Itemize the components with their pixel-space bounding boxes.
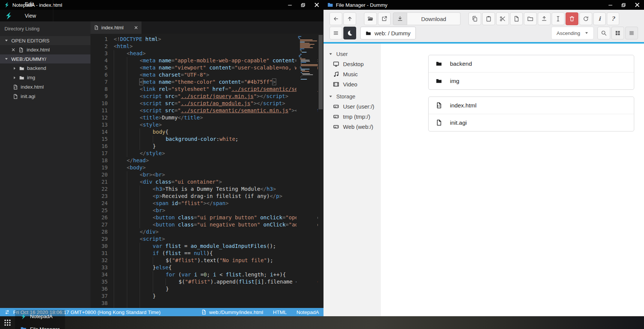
minimap[interactable] [296, 34, 317, 308]
up-button[interactable] [343, 12, 356, 25]
file-list: backendimgindex.htmlinit.agi [381, 44, 644, 316]
tab-index-html[interactable]: index.html [90, 21, 141, 34]
statusbar-filepath: web:/Dummy/index.html [209, 309, 263, 315]
tree-item-init.agi[interactable]: init.agi [0, 92, 90, 101]
copy-button[interactable] [468, 12, 481, 25]
close-tab-icon[interactable] [134, 26, 138, 30]
folder-solid-icon [19, 75, 24, 80]
close-icon[interactable] [634, 2, 640, 8]
close-icon[interactable] [314, 2, 320, 8]
help-button[interactable]: ? [607, 12, 619, 25]
open-folder-button[interactable] [364, 12, 377, 25]
new-folder-button[interactable] [524, 12, 537, 25]
fm-section-user[interactable]: User [324, 49, 381, 59]
rename-button[interactable] [552, 12, 564, 25]
code-line-12: 12<title>Dummy</title> [90, 114, 324, 121]
fm-sidebar-item-music[interactable]: Music [324, 69, 381, 79]
paste-button[interactable] [482, 12, 495, 25]
line-number: 37 [90, 293, 108, 300]
tree-item-img[interactable]: img [0, 73, 90, 82]
menu-item-view[interactable]: View [19, 10, 53, 21]
file-icon [13, 94, 18, 99]
fm-sidebar-item-user-user-[interactable]: User (user:/) [324, 101, 381, 112]
info-glyph: i [599, 16, 601, 22]
minimize-icon[interactable] [608, 3, 613, 8]
line-number: 1 [90, 36, 108, 43]
cut-button[interactable] [496, 12, 509, 25]
back-button[interactable] [330, 12, 342, 25]
line-number: 29 [90, 235, 108, 243]
taskbar-item-notepada[interactable]: NotepadA [15, 310, 65, 323]
fm-section-label: Storage [336, 94, 355, 100]
folder-icon [327, 2, 333, 8]
sort-order-dropdown[interactable]: Ascending [551, 27, 594, 39]
fm-sidebar-item-web-web-[interactable]: Web (web:/) [324, 122, 381, 132]
dark-mode-toggle[interactable] [343, 27, 356, 39]
grid-view-button[interactable] [611, 27, 624, 39]
line-number: 36 [90, 285, 108, 293]
minimize-icon[interactable] [287, 3, 292, 8]
tree-item-backend[interactable]: backend [0, 63, 90, 73]
file-new-icon [513, 16, 519, 22]
refresh-button[interactable] [579, 12, 592, 25]
new-file-button[interactable] [510, 12, 523, 25]
code-line-18: 18</head> [90, 157, 324, 164]
hamburger-icon [333, 30, 339, 36]
file-row-backend[interactable]: backend [429, 55, 634, 72]
menu-button[interactable] [330, 27, 342, 39]
fm-sidebar-item-label: Video [343, 81, 357, 88]
download-button[interactable]: Download [393, 12, 460, 25]
code-line-22: 22<h3>This is a Dummy Testing Module</h3… [90, 186, 324, 193]
taskbar-item-file-manager[interactable]: File Manager [15, 323, 65, 329]
code-line-15: 15background-color:white; [90, 136, 324, 143]
tree-item-index.html[interactable]: index.html [0, 82, 90, 92]
download-icon [397, 16, 403, 22]
code-line-16: 16} [90, 143, 324, 150]
fm-section-storage[interactable]: Storage [324, 91, 381, 101]
file-row-index.html[interactable]: index.html [429, 97, 634, 114]
tree-item-label: index.html [21, 84, 44, 90]
drive-icon [333, 103, 339, 110]
code-line-4: 4<meta name="apple-mobile-web-app-capabl… [90, 57, 324, 64]
code-line-13: 13<style> [90, 121, 324, 128]
scrollbar-thumb[interactable] [319, 35, 323, 109]
line-number: 38 [90, 300, 108, 307]
fm-sidebar-item-desktop[interactable]: Desktop [324, 59, 381, 69]
menu-item-edit[interactable]: Edit [19, 0, 53, 10]
fm-sidebar-item-tmp-tmp-[interactable]: tmp (tmp:/) [324, 112, 381, 122]
search-button[interactable] [597, 27, 610, 39]
workspace-header[interactable]: WEB:/DUMMY/ [0, 54, 90, 63]
delete-button[interactable] [566, 12, 578, 25]
code-line-38: 38 [90, 300, 324, 307]
open-editors-header[interactable]: OPEN EDITORS [0, 36, 90, 45]
file-row-init.agi[interactable]: init.agi [429, 114, 634, 131]
chevron-down-icon [585, 31, 588, 35]
open-external-button[interactable] [378, 12, 391, 25]
line-number: 15 [90, 136, 108, 143]
folder-solid-icon [436, 78, 442, 84]
folder-open-icon [367, 16, 373, 22]
moon-icon [347, 30, 353, 36]
info-button[interactable]: i [593, 12, 606, 25]
open-editor-item-index.html[interactable]: index.html [0, 45, 90, 54]
cut-icon [500, 16, 506, 22]
fm-section-label: User [336, 51, 348, 57]
line-number: 30 [90, 243, 108, 250]
upload-button[interactable] [538, 12, 551, 25]
restore-icon[interactable] [301, 3, 305, 8]
list-view-button[interactable] [625, 27, 638, 39]
file-code-icon [436, 102, 442, 109]
fm-sidebar-item-label: Music [343, 71, 358, 77]
fm-sidebar-item-video[interactable]: Video [324, 79, 381, 89]
code-editor[interactable]: 1<!DOCTYPE html>2<html>3<head>4<meta nam… [90, 34, 324, 308]
code-line-24: 24<span id="flist"></span> [90, 200, 324, 207]
notepada-logo-icon [4, 12, 14, 20]
editor-scrollbar[interactable] [318, 34, 324, 308]
breadcrumb[interactable]: web: / Dummy [360, 27, 416, 39]
restore-icon[interactable] [621, 3, 626, 8]
line-number: 11 [90, 107, 108, 114]
code-line-28: 28</div> [90, 228, 324, 235]
app-launcher-button[interactable] [0, 316, 15, 329]
file-row-img[interactable]: img [429, 72, 634, 89]
chevron-down-icon [5, 57, 8, 61]
